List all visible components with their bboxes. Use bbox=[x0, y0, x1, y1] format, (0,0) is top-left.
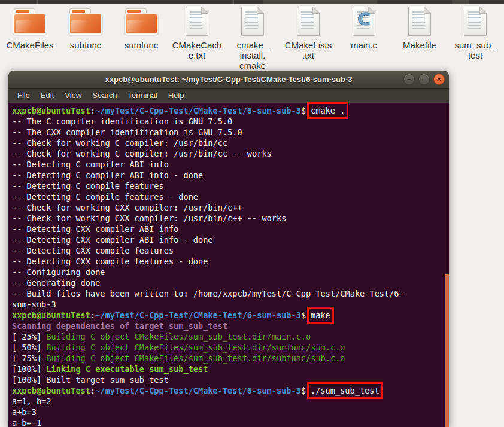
folder-tab-bar bbox=[127, 10, 141, 13]
desktop-icon-label: subfunc bbox=[70, 40, 102, 50]
close-button[interactable]: ✕ bbox=[433, 74, 445, 85]
document-art bbox=[186, 7, 208, 36]
icon-label-line: CMakeCach bbox=[172, 40, 222, 50]
desktop-icon-sum_sub_test[interactable]: sum_sub_test bbox=[450, 5, 501, 71]
terminal-text: $ bbox=[301, 386, 306, 395]
terminal-line: -- Check for working C compiler: /usr/bi… bbox=[12, 148, 444, 159]
terminal-text: -- Detecting C compile features bbox=[12, 181, 164, 191]
terminal-content[interactable]: xxpcb@ubuntuTest:~/myTest/C-Cpp-Test/CMa… bbox=[8, 103, 449, 427]
terminal-line: sum-sub-3 bbox=[12, 299, 444, 310]
desktop-icon-main.c[interactable]: Cmain.c bbox=[338, 5, 390, 71]
terminal-text: [ 50%] bbox=[12, 343, 46, 352]
minimize-button[interactable]: − bbox=[403, 74, 415, 85]
desktop-icon-subfunc[interactable]: subfunc bbox=[60, 5, 111, 71]
menu-help[interactable]: Help bbox=[163, 89, 190, 103]
desktop-icon-CMakeCache.txt[interactable]: CMakeCache.txt bbox=[171, 5, 223, 71]
terminal-text: -- Check for working CXX compiler: /usr/… bbox=[12, 214, 286, 223]
icon-label-line: sumfunc bbox=[125, 40, 159, 50]
terminal-line: -- Check for working CXX compiler: /usr/… bbox=[12, 213, 444, 224]
terminal-text: -- Detecting C compile features - done bbox=[12, 192, 198, 202]
folder-art bbox=[69, 8, 102, 35]
terminal-text: -- The C compiler identification is GNU … bbox=[12, 117, 232, 126]
terminal-text: -- Build files have been written to: /ho… bbox=[12, 289, 404, 298]
terminal-line: -- Detecting CXX compile features bbox=[12, 245, 444, 256]
icon-label-line: CMakeLists bbox=[285, 40, 332, 50]
terminal-line: [100%] Built target sum_sub_test bbox=[12, 374, 444, 385]
folder-gloss bbox=[71, 20, 100, 32]
document-art bbox=[408, 7, 431, 36]
icon-label-line: cmake bbox=[237, 60, 269, 71]
terminal-text: -- Configuring done bbox=[12, 267, 105, 277]
desktop-icon-CMakeLists.txt[interactable]: CMakeLists.txt bbox=[283, 5, 334, 71]
window-title: xxpcb@ubuntuTest: ~/myTest/C-Cpp-Test/CM… bbox=[105, 75, 353, 84]
titlebar[interactable]: xxpcb@ubuntuTest: ~/myTest/C-Cpp-Test/CM… bbox=[8, 71, 449, 89]
desktop-icon-label: sumfunc bbox=[125, 40, 159, 50]
terminal-line: -- The C compiler identification is GNU … bbox=[12, 116, 444, 127]
document-fold-corner bbox=[312, 7, 320, 14]
terminal-text: xxpcb@ubuntuTest bbox=[12, 386, 90, 395]
terminal-line: [100%] Linking C executable sum_sub_test bbox=[12, 364, 444, 374]
menu-edit[interactable]: Edit bbox=[35, 89, 59, 103]
c-language-icon: C bbox=[353, 9, 375, 29]
terminal-line: -- Detecting C compile features - done bbox=[12, 191, 444, 202]
terminal-text: ~/myTest/C-Cpp-Test/CMake-Test/6-sum-sub… bbox=[95, 386, 301, 395]
terminal-line: Scanning dependencies of target sum_sub_… bbox=[12, 321, 444, 331]
terminal-text: -- Check for working CXX compiler: /usr/… bbox=[12, 203, 242, 212]
terminal-text: -- Check for working C compiler: /usr/bi… bbox=[12, 138, 227, 148]
terminal-text: -- Detecting CXX compiler ABI info bbox=[12, 224, 178, 234]
terminal-line: xxpcb@ubuntuTest:~/myTest/C-Cpp-Test/CMa… bbox=[12, 310, 444, 321]
icon-label-line: subfunc bbox=[70, 40, 102, 50]
terminal-text: ~/myTest/C-Cpp-Test/CMake-Test/6-sum-sub… bbox=[95, 310, 301, 320]
scrollbar-thumb[interactable] bbox=[445, 274, 449, 427]
document-art bbox=[297, 7, 320, 36]
folder-icon bbox=[125, 5, 158, 36]
icon-label-line: .txt bbox=[285, 50, 332, 60]
document-text-lines bbox=[412, 11, 425, 29]
menu-file[interactable]: File bbox=[12, 89, 35, 103]
terminal-text: : bbox=[90, 106, 95, 115]
terminal-text: sum-sub-3 bbox=[12, 300, 56, 309]
folder-body bbox=[13, 13, 47, 35]
menu-terminal[interactable]: Terminal bbox=[123, 89, 163, 103]
file-icon: C bbox=[353, 5, 375, 36]
document-fold-corner bbox=[201, 7, 208, 14]
desktop-icon-Makefile[interactable]: Makefile bbox=[394, 5, 445, 71]
command-annotation-box: ./sum_sub_test bbox=[311, 386, 379, 395]
icon-label-line: sum_sub_ bbox=[454, 40, 496, 50]
desktop: CMakeFilessubfuncsumfuncCMakeCache.txtcm… bbox=[0, 0, 504, 427]
folder-gloss bbox=[127, 20, 156, 32]
folder-body bbox=[69, 13, 102, 35]
terminal-line: -- Detecting C compiler ABI info bbox=[12, 159, 444, 170]
menu-view[interactable]: View bbox=[59, 89, 87, 103]
top-panel-divider bbox=[139, 0, 139, 4]
terminal-line: [ 25%] Building C object CMakeFiles/sum_… bbox=[12, 331, 444, 342]
folder-icon bbox=[69, 5, 102, 36]
terminal-text: Building C object CMakeFiles/sum_sub_tes… bbox=[46, 343, 345, 352]
top-panel-divider bbox=[233, 0, 234, 4]
terminal-window: xxpcb@ubuntuTest: ~/myTest/C-Cpp-Test/CM… bbox=[8, 71, 449, 427]
icon-label-line: cmake_ bbox=[237, 40, 269, 50]
desktop-icon-label: main.c bbox=[351, 40, 377, 50]
terminal-text: Linking C executable sum_sub_test bbox=[46, 364, 208, 374]
desktop-icon-CMakeFiles[interactable]: CMakeFiles bbox=[4, 5, 56, 71]
file-icon bbox=[408, 5, 431, 36]
desktop-icon-cmake_install.cmake[interactable]: cmake_install.cmake bbox=[227, 5, 278, 71]
menu-search[interactable]: Search bbox=[87, 89, 122, 103]
icon-label-line: install. bbox=[237, 50, 269, 60]
desktop-icon-label: Makefile bbox=[403, 40, 436, 50]
terminal-text: -- Detecting C compiler ABI info - done bbox=[12, 170, 203, 180]
folder-art bbox=[13, 8, 47, 35]
desktop-icon-label: sum_sub_test bbox=[454, 40, 496, 60]
maximize-button[interactable]: □ bbox=[418, 74, 430, 85]
window-buttons: −□✕ bbox=[403, 74, 445, 85]
terminal-text: [100%] bbox=[12, 364, 46, 374]
terminal-line: xxpcb@ubuntuTest:~/myTest/C-Cpp-Test/CMa… bbox=[12, 105, 444, 116]
document-art bbox=[464, 7, 487, 36]
top-panel-divider bbox=[37, 0, 38, 4]
folder-tab-bar bbox=[16, 10, 29, 13]
desktop-icon-label: CMakeLists.txt bbox=[285, 40, 332, 60]
desktop-icon-sumfunc[interactable]: sumfunc bbox=[116, 5, 167, 71]
top-panel bbox=[0, 0, 504, 4]
terminal-text: : bbox=[90, 386, 95, 395]
terminal-text: $ bbox=[301, 106, 306, 115]
